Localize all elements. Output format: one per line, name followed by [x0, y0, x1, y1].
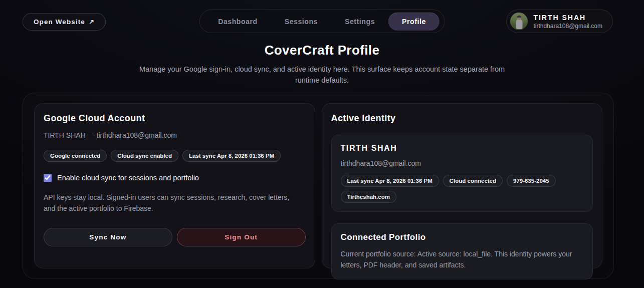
google-badge-row: Google connected Cloud sync enabled Last… — [44, 150, 306, 162]
main-nav: Dashboard Sessions Settings Profile — [199, 10, 445, 33]
status-badge: Last sync Apr 8, 2026 01:36 PM — [182, 150, 281, 162]
status-badge: 979-635-2045 — [507, 175, 556, 187]
google-card-title: Google Cloud Account — [44, 113, 306, 124]
google-card-actions: Sync Now Sign Out — [44, 228, 306, 246]
cloud-sync-checkbox[interactable] — [44, 174, 52, 182]
external-link-arrow-icon: ↗ — [89, 18, 95, 26]
tab-dashboard[interactable]: Dashboard — [204, 13, 271, 31]
profile-content-container: Google Cloud Account TIRTH SHAH — tirthd… — [23, 93, 614, 279]
active-identity-card: Active Identity TIRTH SHAH tirthdhara108… — [322, 103, 603, 268]
user-avatar — [510, 13, 528, 30]
cloud-sync-checkbox-row[interactable]: Enable cloud sync for sessions and portf… — [44, 174, 306, 182]
tab-sessions[interactable]: Sessions — [271, 13, 331, 31]
user-email: tirthdhara108@gmail.com — [533, 23, 602, 30]
user-account-chip[interactable]: TIRTH SHAH tirthdhara108@gmail.com — [506, 10, 613, 33]
google-cloud-account-card: Google Cloud Account TIRTH SHAH — tirthd… — [34, 103, 315, 268]
open-website-label: Open Website — [34, 18, 85, 26]
identity-name: TIRTH SHAH — [341, 144, 584, 153]
page-title: CoverCraft Profile — [0, 43, 644, 58]
cloud-sync-checkbox-label: Enable cloud sync for sessions and portf… — [57, 174, 199, 182]
sync-now-button[interactable]: Sync Now — [44, 228, 172, 246]
google-account-line: TIRTH SHAH — tirthdhara108@gmail.com — [44, 131, 306, 139]
open-website-button[interactable]: Open Website ↗ — [23, 13, 106, 31]
sign-out-button[interactable]: Sign Out — [177, 228, 306, 246]
user-meta: TIRTH SHAH tirthdhara108@gmail.com — [533, 14, 602, 30]
status-badge: Tirthcshah.com — [341, 191, 396, 203]
status-badge: Last sync Apr 8, 2026 01:36 PM — [341, 175, 439, 187]
connected-portfolio-card: Connected Portfolio Current portfolio so… — [331, 223, 593, 279]
status-badge: Cloud sync enabled — [111, 150, 178, 162]
identity-card-title: Active Identity — [331, 113, 593, 124]
identity-profile-card: TIRTH SHAH tirthdhara108@gmail.com Last … — [331, 135, 593, 212]
portfolio-title: Connected Portfolio — [341, 232, 584, 242]
portfolio-description: Current portfolio source: Active source:… — [341, 248, 584, 270]
page-subtitle: Manage your Google sign-in, cloud sync, … — [132, 64, 513, 86]
tab-settings[interactable]: Settings — [331, 13, 388, 31]
user-name: TIRTH SHAH — [533, 14, 602, 22]
identity-email: tirthdhara108@gmail.com — [341, 159, 584, 167]
tab-profile[interactable]: Profile — [388, 13, 440, 31]
google-card-description: API keys stay local. Signed-in users can… — [44, 192, 297, 214]
status-badge: Google connected — [44, 150, 107, 162]
status-badge: Cloud connected — [443, 175, 503, 187]
identity-badge-row: Last sync Apr 8, 2026 01:36 PM Cloud con… — [341, 175, 584, 203]
top-bar: Open Website ↗ Dashboard Sessions Settin… — [0, 0, 644, 38]
